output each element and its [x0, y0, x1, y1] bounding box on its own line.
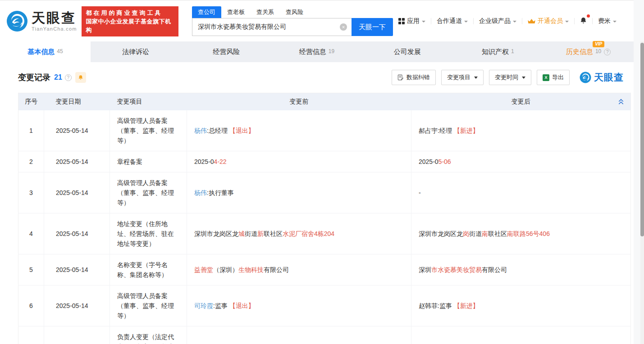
- change-date: 2025-05-14: [44, 172, 110, 213]
- tab-history-info[interactable]: 历史信息10VIP?: [543, 41, 634, 62]
- table-row: 72025-05-14负责人变更（法定代表人、负责人、首席代表、合伙事务执行人等…: [18, 326, 631, 344]
- tab-label: 知识产权: [482, 48, 509, 56]
- tab-business-info[interactable]: 经营信息19: [272, 41, 362, 62]
- bell-icon: [579, 16, 588, 25]
- tab-label: 公司发展: [394, 48, 421, 56]
- table-row: 22025-05-14章程备案2025-04-222025-05-06: [18, 151, 631, 172]
- search-input[interactable]: [192, 18, 352, 36]
- vip-badge: VIP: [593, 41, 604, 47]
- change-item-filter[interactable]: 变更项目: [441, 70, 484, 85]
- notifications-bell[interactable]: [575, 16, 592, 27]
- tab-operational-risk[interactable]: 经营风险: [181, 41, 272, 62]
- text-segment: 有限公司: [264, 266, 289, 273]
- change-before: 益善堂（深圳）生物科技有限公司: [187, 254, 411, 285]
- excel-icon: X: [543, 74, 549, 81]
- tab-label: 基本信息: [27, 48, 55, 56]
- tianyancha-logo[interactable]: 天眼查 TianYanCha.com: [6, 10, 77, 32]
- chevron-down-icon: [422, 21, 425, 23]
- text-segment: 2025-0: [419, 158, 438, 165]
- text-segment: :执行董事: [207, 189, 234, 196]
- text-segment: 赵韩菲:监事: [419, 302, 454, 309]
- person-link[interactable]: 杨伟: [194, 127, 207, 134]
- tab-basic-info[interactable]: 基本信息45: [0, 41, 91, 62]
- help-icon[interactable]: ?: [604, 49, 611, 55]
- change-before: 深圳市龙岗区龙城街道新联社区水泥厂宿舍4栋204: [187, 213, 411, 254]
- tianyancha-logo-icon: [580, 72, 591, 83]
- export-label: 导出: [552, 73, 564, 81]
- tianyancha-logo-icon: [6, 10, 28, 32]
- col-header-after: 变更后: [411, 93, 631, 110]
- changed-text: 南联路56号406: [507, 230, 550, 237]
- tab-lawsuits[interactable]: 法律诉讼: [91, 41, 181, 62]
- changed-text: 新: [257, 230, 264, 237]
- nav-apps[interactable]: 应用: [393, 17, 431, 25]
- help-icon[interactable]: ?: [65, 74, 72, 81]
- search-tab-boss[interactable]: 查老板: [221, 6, 251, 18]
- row-number: 5: [18, 254, 44, 285]
- person-link[interactable]: 杨伟: [194, 189, 207, 196]
- scrollbar-track[interactable]: [640, 41, 644, 344]
- clear-icon[interactable]: ×: [340, 23, 347, 31]
- text-segment: 街道: [469, 230, 482, 237]
- change-item: 高级管理人员备案（董事、监事、经理等）: [110, 110, 187, 151]
- table-row: 52025-05-14名称变更（字号名称、集团名称等）益善堂（深圳）生物科技有限…: [18, 254, 631, 285]
- watermark-logo: 天眼查: [580, 71, 624, 84]
- text-segment: 联社区: [488, 230, 507, 237]
- text-segment: （深圳）: [213, 266, 238, 273]
- collapse-chevrons-icon[interactable]: [618, 98, 624, 105]
- nav-enterprise-products[interactable]: 企业级产品: [474, 17, 522, 25]
- section-title: 变更记录: [18, 72, 50, 83]
- change-after: 郝占宇:经理 【新进】: [411, 110, 631, 151]
- export-button[interactable]: X 导出: [537, 70, 570, 85]
- data-correction-label: 数据纠错: [406, 73, 430, 81]
- top-nav: 应用 合作通道 企业级产品 开通会员: [393, 16, 634, 27]
- table-row: 32025-05-14高级管理人员备案（董事、监事、经理等）杨伟:执行董事-: [18, 172, 631, 213]
- row-number: 2: [18, 151, 44, 172]
- changed-text: 5-06: [438, 158, 451, 165]
- tab-count: 10: [595, 48, 601, 54]
- chevron-down-icon: [474, 77, 478, 79]
- section-count: 21: [54, 73, 62, 81]
- search-tab-risk[interactable]: 查风险: [280, 6, 309, 18]
- text-segment: 深圳市龙岗区龙: [194, 230, 238, 237]
- text-segment: 深圳市龙岗区龙: [419, 230, 463, 237]
- tab-label: 历史信息: [566, 48, 593, 56]
- data-correction-button[interactable]: 数据纠错: [392, 70, 436, 85]
- change-time-filter[interactable]: 变更时间: [489, 70, 531, 85]
- chevron-down-icon: [613, 21, 617, 23]
- page: 天眼查 TianYanCha.com 都在用的商业查询工具 国家中小企业发展子基…: [0, 0, 634, 344]
- changed-text: 市水瓷慕美妆贸易: [431, 266, 482, 273]
- search-tab-company[interactable]: 查公司: [192, 6, 221, 18]
- nav-cooperation[interactable]: 合作通道: [431, 17, 473, 25]
- change-after: 深圳市龙岗区龙岗街道南联社区南联路56号406: [411, 213, 631, 254]
- search-tab-relation[interactable]: 查关系: [251, 6, 280, 18]
- changed-text: 水泥厂宿舍4栋204: [283, 230, 334, 237]
- changed-text: 城: [238, 230, 245, 237]
- subscribe-bell-button[interactable]: [75, 72, 86, 83]
- scrollbar-thumb[interactable]: [640, 43, 644, 236]
- change-date: 2025-05-14: [44, 285, 110, 326]
- text-segment: 2025-0: [194, 158, 214, 165]
- notification-dot: [587, 14, 590, 18]
- text-segment: 联社区: [264, 230, 283, 237]
- change-after: 2025-05-06: [411, 151, 631, 172]
- row-number: 7: [18, 326, 44, 344]
- nav-user[interactable]: 费米: [593, 17, 622, 25]
- tab-company-development[interactable]: 公司发展: [362, 41, 452, 62]
- nav-open-vip[interactable]: 开通会员: [522, 17, 574, 25]
- promo-line1: 都在用的商业查询工具: [86, 9, 174, 17]
- change-item: 负责人变更（法定代表人、负责人、首席代表、合伙事务执行人等变更）: [110, 326, 187, 344]
- chevron-down-icon: [464, 21, 468, 23]
- top-header: 天眼查 TianYanCha.com 都在用的商业查询工具 国家中小企业发展子基…: [0, 1, 634, 41]
- changed-text: 【退出】: [229, 127, 255, 134]
- tab-intellectual-property[interactable]: 知识产权1: [452, 41, 543, 62]
- tab-count: 19: [329, 48, 334, 54]
- search-button[interactable]: 天眼一下: [352, 18, 393, 36]
- change-before: 杨伟:总经理 【退出】: [187, 110, 411, 151]
- col-header-after-label: 变更后: [512, 98, 530, 105]
- text-segment: 深圳: [419, 266, 431, 273]
- person-link[interactable]: 司玲霞: [194, 302, 213, 309]
- text-segment: -: [419, 189, 421, 196]
- search-area: 查公司 查老板 查关系 查风险 × 天眼一下: [192, 6, 393, 36]
- nav-enterprise-label: 企业级产品: [479, 17, 511, 25]
